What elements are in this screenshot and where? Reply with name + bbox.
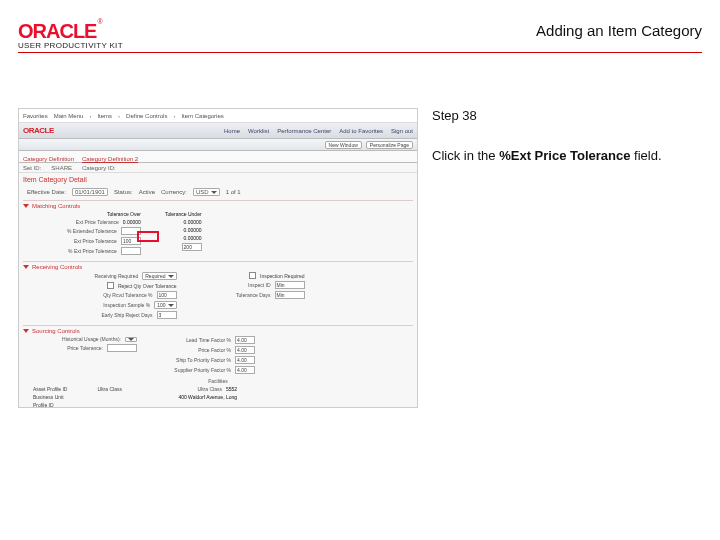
- crumb-main[interactable]: Main Menu: [54, 113, 84, 119]
- recv-req-label: Receiving Required: [68, 273, 138, 279]
- personalize-button[interactable]: Personalize Page: [366, 141, 413, 149]
- setid-label: Set ID:: [23, 165, 41, 171]
- ext-price-tol2-input[interactable]: 100: [121, 237, 141, 245]
- setid-value: SHARE: [51, 165, 72, 171]
- crumb-items[interactable]: Items: [97, 113, 112, 119]
- status-value: Active: [139, 189, 155, 195]
- crumb-favorites[interactable]: Favorites: [23, 113, 48, 119]
- app-screenshot: Favorites Main Menu › Items › Define Con…: [18, 108, 418, 408]
- tab-cat-def[interactable]: Category Definition: [23, 156, 74, 162]
- instr-prefix: Click in the: [432, 148, 499, 163]
- oracle-text: ORACLE: [18, 20, 96, 43]
- matching-panel: Matching Controls Tolerance Over Ext Pri…: [23, 200, 413, 259]
- insp-req-label: Inspection Required: [260, 273, 304, 279]
- address-val: 400 Waldorf Avenue, Long: [178, 394, 237, 400]
- profile-id-label: Profile ID: [33, 402, 67, 408]
- nav-signout[interactable]: Sign out: [391, 128, 413, 134]
- collapse-icon[interactable]: [23, 329, 29, 333]
- record-nav: Set ID: SHARE Category ID:: [19, 163, 417, 173]
- qty-rcvd-input[interactable]: 100: [157, 291, 177, 299]
- inspect-id-label: Inspect ID: [201, 282, 271, 288]
- reject-qty-checkbox[interactable]: [107, 282, 114, 289]
- chevron-right-icon: ›: [118, 113, 120, 119]
- insp-sample-label: Inspection Sample %: [80, 302, 150, 308]
- nav-fav[interactable]: Add to Favorites: [339, 128, 383, 134]
- reject-qty-label: Reject Qty Over Tolerance: [118, 283, 177, 289]
- supplier-pri-input[interactable]: 4.00: [235, 366, 255, 374]
- early-ship-input[interactable]: 3: [157, 311, 177, 319]
- ultra-class-val: 5552: [226, 386, 237, 392]
- chevron-down-icon: [168, 275, 174, 278]
- nav-home[interactable]: Home: [224, 128, 240, 134]
- tol-days-label: Tolerance Days: [201, 292, 271, 298]
- effdate-label: Effective Date:: [27, 189, 66, 195]
- recv-req-select[interactable]: Required: [142, 272, 176, 280]
- hist-usage-label: Historical Usage (Months):: [51, 336, 121, 342]
- supplier-pri-label: Supplier Priority Factor %: [161, 367, 231, 373]
- new-window-button[interactable]: New Window: [325, 141, 362, 149]
- tol-days-input[interactable]: Min: [275, 291, 305, 299]
- price-tol-label: Price Tolerance:: [33, 345, 103, 351]
- sub-bar: New Window Personalize Page: [19, 139, 417, 151]
- ultra-class-head: Ultra Class: [97, 386, 121, 392]
- filter-row: Effective Date: 01/01/1901 Status: Activ…: [19, 186, 417, 198]
- insp-req-checkbox[interactable]: [249, 272, 256, 279]
- status-label: Status:: [114, 189, 133, 195]
- collapse-icon[interactable]: [23, 204, 29, 208]
- tab-cat-def2[interactable]: Category Definition 2: [82, 156, 138, 162]
- app-bar: ORACLE Home Worklist Performance Center …: [19, 123, 417, 139]
- pct-ext-tol-input[interactable]: [121, 227, 141, 235]
- crumb-define[interactable]: Define Controls: [126, 113, 167, 119]
- qty-rcvd-label: Qty Rcvd Tolerance %: [83, 292, 153, 298]
- early-ship-label: Early Ship Reject Days: [83, 312, 153, 318]
- chevron-down-icon: [128, 338, 134, 341]
- bu-label: Business Unit: [33, 394, 67, 400]
- page-title: Adding an Item Category: [536, 22, 702, 39]
- facilities-grid: Asset Profile ID Business Unit Profile I…: [23, 384, 413, 408]
- tol-under-0: 0.00000: [184, 219, 202, 225]
- tol-under-1: 0.00000: [184, 227, 202, 233]
- lead-time-input[interactable]: 4.00: [235, 336, 255, 344]
- currency-select[interactable]: USD: [193, 188, 220, 196]
- pct-ext-price-tol-input[interactable]: [121, 247, 141, 255]
- pct-ext-price-tol-label: % Ext Price Tolerance: [47, 248, 117, 254]
- ext-price-tol-val: 0.00000: [123, 219, 141, 225]
- sourcing-panel: Sourcing Controls Historical Usage (Mont…: [23, 325, 413, 408]
- catid-label: Category ID:: [82, 165, 116, 171]
- receiving-panel: Receiving Controls Receiving RequiredReq…: [23, 261, 413, 323]
- chevron-down-icon: [211, 191, 217, 194]
- chevron-right-icon: ›: [89, 113, 91, 119]
- matching-title: Matching Controls: [32, 203, 80, 209]
- content-row: Favorites Main Menu › Items › Define Con…: [18, 108, 702, 418]
- effdate-select[interactable]: 01/01/1901: [72, 188, 108, 196]
- price-tol-input[interactable]: [107, 344, 137, 352]
- asset-profile-label: Asset Profile ID: [33, 386, 67, 392]
- currency-label: Currency:: [161, 189, 187, 195]
- collapse-icon[interactable]: [23, 265, 29, 269]
- price-factor-label: Price Factor %: [161, 347, 231, 353]
- instruction-pane: Step 38 Click in the %Ext Price Toleranc…: [418, 108, 702, 418]
- inspect-id-input[interactable]: Min: [275, 281, 305, 289]
- receiving-title: Receiving Controls: [32, 264, 82, 270]
- pager: 1 of 1: [226, 189, 241, 195]
- section-title: Item Category Detail: [19, 173, 417, 186]
- tol-under-3-input[interactable]: 200: [182, 243, 202, 251]
- ultra-class-label: Ultra Class: [152, 386, 222, 392]
- ext-price-tol2-label: Ext Price Tolerance: [47, 238, 117, 244]
- instr-suffix: field.: [630, 148, 661, 163]
- crumb-itemcat[interactable]: Item Categories: [181, 113, 223, 119]
- product-line: USER PRODUCTIVITY KIT: [18, 41, 702, 53]
- insp-sample-select[interactable]: 100: [154, 301, 176, 309]
- hist-usage-select[interactable]: [125, 337, 137, 342]
- nav-worklist[interactable]: Worklist: [248, 128, 269, 134]
- tol-under-head: Tolerance Under: [165, 211, 202, 217]
- nav-perf[interactable]: Performance Center: [277, 128, 331, 134]
- pct-ext-tol-label: % Extended Tolerance: [47, 228, 117, 234]
- lead-time-label: Lead Time Factor %: [161, 337, 231, 343]
- shipto-input[interactable]: 4.00: [235, 356, 255, 364]
- tab-strip: Category Definition Category Definition …: [19, 151, 417, 163]
- price-factor-input[interactable]: 4.00: [235, 346, 255, 354]
- step-label: Step 38: [432, 108, 702, 123]
- tol-under-2: 0.00000: [184, 235, 202, 241]
- tol-over-head: Tolerance Over: [107, 211, 141, 217]
